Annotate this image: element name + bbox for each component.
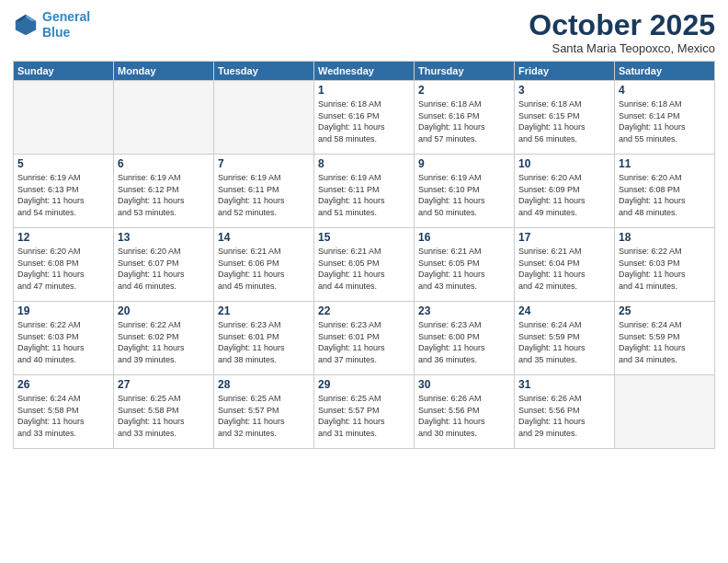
day-info: Sunrise: 6:20 AM Sunset: 6:08 PM Dayligh… [619, 172, 711, 218]
day-number: 19 [17, 304, 109, 317]
day-number: 4 [619, 84, 711, 97]
logo-line2: Blue [42, 25, 70, 40]
day-info: Sunrise: 6:18 AM Sunset: 6:16 PM Dayligh… [318, 98, 410, 144]
calendar-cell: 21Sunrise: 6:23 AM Sunset: 6:01 PM Dayli… [214, 302, 314, 375]
calendar-cell: 6Sunrise: 6:19 AM Sunset: 6:12 PM Daylig… [114, 155, 214, 228]
day-number: 22 [318, 304, 410, 317]
day-info: Sunrise: 6:24 AM Sunset: 5:58 PM Dayligh… [17, 393, 109, 439]
day-info: Sunrise: 6:23 AM Sunset: 6:00 PM Dayligh… [418, 319, 510, 365]
location-subtitle: Santa Maria Teopoxco, Mexico [529, 41, 715, 55]
day-number: 21 [218, 304, 310, 317]
calendar-cell: 14Sunrise: 6:21 AM Sunset: 6:06 PM Dayli… [214, 228, 314, 302]
day-number: 23 [418, 304, 510, 317]
calendar-cell: 22Sunrise: 6:23 AM Sunset: 6:01 PM Dayli… [314, 302, 415, 375]
day-info: Sunrise: 6:19 AM Sunset: 6:10 PM Dayligh… [418, 172, 510, 218]
day-info: Sunrise: 6:26 AM Sunset: 5:56 PM Dayligh… [518, 393, 610, 439]
day-number: 13 [118, 231, 210, 244]
day-number: 18 [619, 231, 711, 244]
calendar-cell: 18Sunrise: 6:22 AM Sunset: 6:03 PM Dayli… [615, 228, 715, 302]
day-number: 16 [418, 231, 510, 244]
day-number: 5 [17, 157, 109, 170]
day-number: 10 [518, 157, 610, 170]
day-number: 6 [118, 157, 210, 170]
month-title: October 2025 [529, 9, 715, 41]
calendar-week-2: 5Sunrise: 6:19 AM Sunset: 6:13 PM Daylig… [14, 155, 715, 228]
day-info: Sunrise: 6:18 AM Sunset: 6:14 PM Dayligh… [619, 98, 711, 144]
calendar-cell: 16Sunrise: 6:21 AM Sunset: 6:05 PM Dayli… [415, 228, 515, 302]
weekday-header-tuesday: Tuesday [214, 62, 314, 81]
calendar-table: SundayMondayTuesdayWednesdayThursdayFrid… [13, 61, 715, 449]
day-info: Sunrise: 6:23 AM Sunset: 6:01 PM Dayligh… [318, 319, 410, 365]
day-number: 17 [518, 231, 610, 244]
day-number: 31 [518, 378, 610, 391]
calendar-cell [615, 375, 715, 449]
calendar-cell: 1Sunrise: 6:18 AM Sunset: 6:16 PM Daylig… [314, 81, 415, 155]
day-number: 29 [318, 378, 410, 391]
calendar-cell: 31Sunrise: 6:26 AM Sunset: 5:56 PM Dayli… [515, 375, 615, 449]
logo-line1: General [42, 9, 90, 24]
day-info: Sunrise: 6:23 AM Sunset: 6:01 PM Dayligh… [218, 319, 310, 365]
page: General Blue October 2025 Santa Maria Te… [0, 0, 728, 563]
title-block: October 2025 Santa Maria Teopoxco, Mexic… [529, 9, 715, 55]
day-info: Sunrise: 6:18 AM Sunset: 6:16 PM Dayligh… [418, 98, 510, 144]
calendar-cell: 25Sunrise: 6:24 AM Sunset: 5:59 PM Dayli… [615, 302, 715, 375]
calendar-week-4: 19Sunrise: 6:22 AM Sunset: 6:03 PM Dayli… [14, 302, 715, 375]
svg-marker-0 [16, 15, 36, 35]
day-number: 9 [418, 157, 510, 170]
calendar-cell: 20Sunrise: 6:22 AM Sunset: 6:02 PM Dayli… [114, 302, 214, 375]
calendar-cell: 5Sunrise: 6:19 AM Sunset: 6:13 PM Daylig… [14, 155, 114, 228]
calendar-cell: 4Sunrise: 6:18 AM Sunset: 6:14 PM Daylig… [615, 81, 715, 155]
day-number: 7 [218, 157, 310, 170]
calendar-week-1: 1Sunrise: 6:18 AM Sunset: 6:16 PM Daylig… [14, 81, 715, 155]
weekday-header-wednesday: Wednesday [314, 62, 415, 81]
day-number: 15 [318, 231, 410, 244]
day-info: Sunrise: 6:24 AM Sunset: 5:59 PM Dayligh… [619, 319, 711, 365]
logo: General Blue [13, 9, 90, 40]
weekday-header-sunday: Sunday [14, 62, 114, 81]
day-info: Sunrise: 6:21 AM Sunset: 6:05 PM Dayligh… [318, 246, 410, 292]
weekday-header-monday: Monday [114, 62, 214, 81]
day-info: Sunrise: 6:25 AM Sunset: 5:57 PM Dayligh… [218, 393, 310, 439]
calendar-cell: 19Sunrise: 6:22 AM Sunset: 6:03 PM Dayli… [14, 302, 114, 375]
day-number: 1 [318, 84, 410, 97]
weekday-header-row: SundayMondayTuesdayWednesdayThursdayFrid… [14, 62, 715, 81]
day-number: 11 [619, 157, 711, 170]
weekday-header-saturday: Saturday [615, 62, 715, 81]
day-info: Sunrise: 6:22 AM Sunset: 6:02 PM Dayligh… [118, 319, 210, 365]
day-number: 24 [518, 304, 610, 317]
day-info: Sunrise: 6:21 AM Sunset: 6:06 PM Dayligh… [218, 246, 310, 292]
calendar-cell: 28Sunrise: 6:25 AM Sunset: 5:57 PM Dayli… [214, 375, 314, 449]
calendar-cell: 15Sunrise: 6:21 AM Sunset: 6:05 PM Dayli… [314, 228, 415, 302]
day-number: 27 [118, 378, 210, 391]
day-info: Sunrise: 6:21 AM Sunset: 6:05 PM Dayligh… [418, 246, 510, 292]
calendar-cell: 10Sunrise: 6:20 AM Sunset: 6:09 PM Dayli… [515, 155, 615, 228]
day-number: 8 [318, 157, 410, 170]
day-info: Sunrise: 6:19 AM Sunset: 6:13 PM Dayligh… [17, 172, 109, 218]
calendar-week-3: 12Sunrise: 6:20 AM Sunset: 6:08 PM Dayli… [14, 228, 715, 302]
calendar-cell: 29Sunrise: 6:25 AM Sunset: 5:57 PM Dayli… [314, 375, 415, 449]
calendar-cell: 8Sunrise: 6:19 AM Sunset: 6:11 PM Daylig… [314, 155, 415, 228]
day-number: 25 [619, 304, 711, 317]
day-info: Sunrise: 6:20 AM Sunset: 6:07 PM Dayligh… [118, 246, 210, 292]
day-number: 12 [17, 231, 109, 244]
calendar-cell: 17Sunrise: 6:21 AM Sunset: 6:04 PM Dayli… [515, 228, 615, 302]
day-info: Sunrise: 6:19 AM Sunset: 6:11 PM Dayligh… [318, 172, 410, 218]
day-info: Sunrise: 6:22 AM Sunset: 6:03 PM Dayligh… [619, 246, 711, 292]
logo-text: General Blue [42, 9, 90, 40]
day-info: Sunrise: 6:24 AM Sunset: 5:59 PM Dayligh… [518, 319, 610, 365]
header: General Blue October 2025 Santa Maria Te… [13, 9, 715, 55]
day-number: 26 [17, 378, 109, 391]
day-number: 30 [418, 378, 510, 391]
day-info: Sunrise: 6:19 AM Sunset: 6:12 PM Dayligh… [118, 172, 210, 218]
calendar-cell [114, 81, 214, 155]
day-info: Sunrise: 6:26 AM Sunset: 5:56 PM Dayligh… [418, 393, 510, 439]
day-number: 14 [218, 231, 310, 244]
logo-icon [13, 12, 39, 38]
day-number: 28 [218, 378, 310, 391]
calendar-cell: 2Sunrise: 6:18 AM Sunset: 6:16 PM Daylig… [415, 81, 515, 155]
calendar-week-5: 26Sunrise: 6:24 AM Sunset: 5:58 PM Dayli… [14, 375, 715, 449]
weekday-header-thursday: Thursday [415, 62, 515, 81]
day-info: Sunrise: 6:25 AM Sunset: 5:57 PM Dayligh… [318, 393, 410, 439]
calendar-cell: 24Sunrise: 6:24 AM Sunset: 5:59 PM Dayli… [515, 302, 615, 375]
calendar-cell: 30Sunrise: 6:26 AM Sunset: 5:56 PM Dayli… [415, 375, 515, 449]
